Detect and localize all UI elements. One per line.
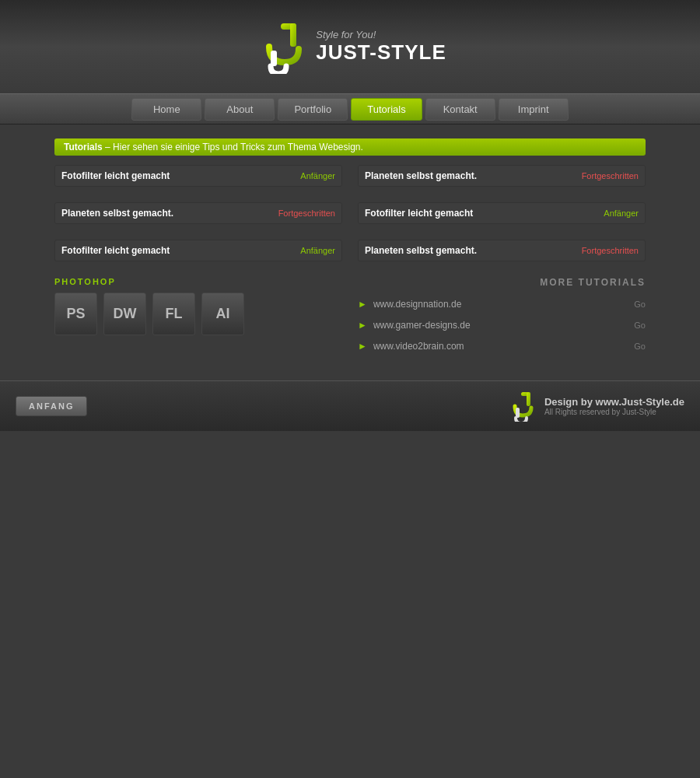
nav-kontakt[interactable]: Kontakt — [425, 98, 495, 121]
tutorial-card-1-title: Fotofilter leicht gemacht — [61, 170, 170, 181]
more-arrow-1: ► — [358, 299, 367, 310]
tutorial-card-3-title: Planeten selbst gemacht. — [61, 208, 173, 219]
tutorial-card-2-thumb — [359, 186, 645, 187]
tutorial-card-5[interactable]: Fotofilter leicht gemacht Anfänger — [54, 240, 342, 261]
logo-tagline: Style for You! — [316, 29, 446, 40]
software-section: PHOTOHOP PS DW FL AI — [54, 277, 342, 357]
tutorial-card-2-header: Planeten selbst gemacht. Fortgeschritten — [359, 166, 645, 186]
tutorial-card-1-header: Fotofilter leicht gemacht Anfänger — [55, 166, 341, 186]
tutorial-card-6[interactable]: Planeten selbst gemacht. Fortgeschritten — [358, 240, 646, 261]
svg-rect-4 — [527, 392, 530, 406]
tutorial-card-3[interactable]: Planeten selbst gemacht. Fortgeschritten — [54, 202, 342, 224]
tutorial-card-4[interactable]: Fotofilter leicht gemacht Anfänger — [358, 202, 646, 224]
more-tutorials-title: MORE TUTORIALS — [358, 277, 646, 288]
software-dw[interactable]: DW — [103, 293, 146, 335]
tutorial-card-1-level: Anfänger — [300, 171, 335, 180]
more-tutorials-section: MORE TUTORIALS ► www.designnation.de Go … — [358, 277, 646, 357]
more-link-2[interactable]: www.gamer-designs.de — [373, 320, 628, 331]
navigation: Home About Portfolio Tutorials Kontakt I… — [0, 93, 700, 124]
footer-logo-icon — [506, 391, 537, 422]
more-go-2[interactable]: Go — [634, 321, 646, 330]
footer-design-text: Design by www.Just-Style.de — [544, 396, 684, 408]
more-item-2: ► www.gamer-designs.de Go — [358, 315, 646, 336]
more-link-3[interactable]: www.video2brain.com — [373, 341, 628, 352]
software-fl[interactable]: FL — [152, 293, 195, 335]
logo-text: Style for You! JUST-STYLE — [316, 29, 446, 65]
software-label: PHOTOHOP — [54, 277, 342, 286]
software-ai[interactable]: AI — [201, 293, 244, 335]
svg-rect-5 — [516, 408, 520, 418]
anfang-button[interactable]: ANFANG — [16, 396, 87, 416]
tutorial-card-3-header: Planeten selbst gemacht. Fortgeschritten — [55, 203, 341, 223]
tutorial-card-2-title: Planeten selbst gemacht. — [365, 170, 477, 181]
tutorial-card-4-level: Anfänger — [604, 209, 639, 218]
footer: ANFANG Design by www.Just-Style.de All R… — [0, 380, 700, 431]
software-icons: PS DW FL AI — [54, 293, 342, 335]
main-content: Tutorials – Hier sehen sie einige Tips u… — [54, 124, 646, 373]
footer-text: Design by www.Just-Style.de All Rights r… — [544, 396, 684, 416]
tutorial-card-3-level: Fortgeschritten — [278, 209, 335, 218]
logo-area: Style for You! JUST-STYLE — [254, 19, 446, 74]
tutorial-card-6-level: Fortgeschritten — [582, 246, 639, 255]
tutorial-grid: Fotofilter leicht gemacht Anfänger Plane… — [54, 165, 646, 261]
header: Style for You! JUST-STYLE — [0, 0, 700, 93]
nav-tutorials[interactable]: Tutorials — [351, 98, 422, 121]
tutorial-card-5-title: Fotofilter leicht gemacht — [61, 245, 170, 256]
breadcrumb-text: – Hier sehen sie einige Tips und Tricks … — [103, 142, 363, 152]
tutorial-card-6-thumb — [359, 261, 645, 261]
tutorial-card-4-header: Fotofilter leicht gemacht Anfänger — [359, 203, 645, 223]
tutorial-card-4-thumb — [359, 223, 645, 224]
more-link-1[interactable]: www.designnation.de — [373, 299, 628, 310]
tutorial-card-4-title: Fotofilter leicht gemacht — [365, 208, 473, 219]
footer-rights-text: All Rights reserved by Just-Style — [544, 408, 684, 416]
tutorial-card-3-thumb — [55, 223, 341, 224]
logo-brand: JUST-STYLE — [316, 40, 446, 65]
tutorial-card-2-level: Fortgeschritten — [582, 171, 639, 180]
nav-portfolio[interactable]: Portfolio — [278, 98, 348, 121]
bottom-section: PHOTOHOP PS DW FL AI MORE TUTORIALS ► ww… — [54, 277, 646, 357]
breadcrumb-title: Tutorials — [64, 142, 103, 152]
breadcrumb: Tutorials – Hier sehen sie einige Tips u… — [54, 138, 646, 156]
nav-imprint[interactable]: Imprint — [499, 98, 569, 121]
tutorial-card-1[interactable]: Fotofilter leicht gemacht Anfänger — [54, 165, 342, 187]
more-go-3[interactable]: Go — [634, 342, 646, 351]
software-ps[interactable]: PS — [54, 293, 97, 335]
footer-right: Design by www.Just-Style.de All Rights r… — [506, 391, 684, 422]
svg-rect-1 — [290, 23, 296, 47]
more-item-1: ► www.designnation.de Go — [358, 294, 646, 315]
tutorial-card-5-thumb — [55, 261, 341, 261]
nav-home[interactable]: Home — [131, 98, 201, 121]
more-item-3: ► www.video2brain.com Go — [358, 336, 646, 357]
tutorial-card-2[interactable]: Planeten selbst gemacht. Fortgeschritten — [358, 165, 646, 187]
tutorial-card-6-title: Planeten selbst gemacht. — [365, 245, 477, 256]
nav-about[interactable]: About — [205, 98, 275, 121]
logo-icon — [254, 19, 308, 74]
more-arrow-3: ► — [358, 341, 367, 352]
more-go-1[interactable]: Go — [634, 300, 646, 309]
tutorial-card-5-header: Fotofilter leicht gemacht Anfänger — [55, 240, 341, 261]
tutorial-card-1-thumb — [55, 186, 341, 187]
tutorial-card-5-level: Anfänger — [300, 246, 335, 255]
more-arrow-2: ► — [358, 320, 367, 331]
tutorial-card-6-header: Planeten selbst gemacht. Fortgeschritten — [359, 240, 645, 261]
